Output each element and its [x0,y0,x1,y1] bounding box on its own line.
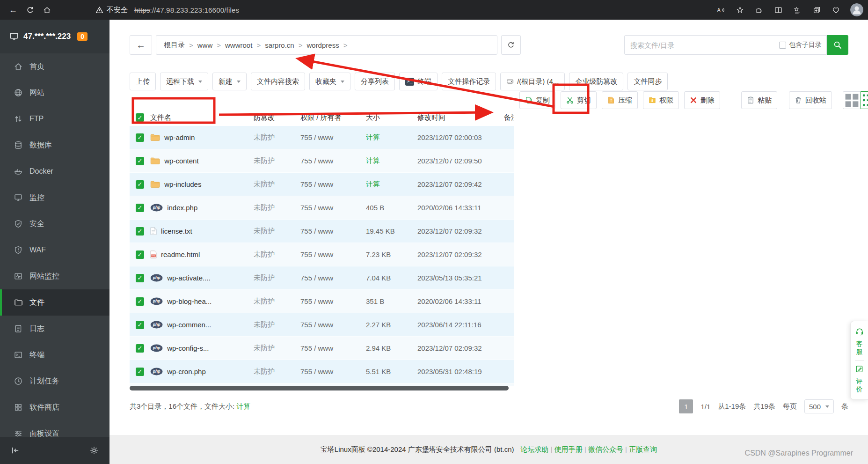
customer-service-link[interactable]: 客服 [856,340,863,356]
column-header-name[interactable]: 文件名 [150,113,254,122]
sidebar-item-shield[interactable]: 安全 [0,211,109,237]
sidebar-item-transfer[interactable]: FTP [0,106,109,132]
action-button[interactable]: 权限 [643,91,679,109]
action-button[interactable]: 回收站 [789,91,832,109]
calc-size-link[interactable]: 计算 [236,402,250,410]
footer-link[interactable]: 微信公众号 [588,445,623,453]
sidebar-item-database[interactable]: 数据库 [0,132,109,158]
breadcrumb-item[interactable]: 根目录 [164,41,185,50]
column-header-note[interactable]: 备注 [504,113,514,122]
sidebar-item-folder[interactable]: 文件 [0,289,109,316]
toolbar-button[interactable]: 收藏夹 [309,73,350,90]
row-checkbox[interactable] [136,180,144,189]
row-checkbox[interactable] [136,227,144,236]
row-checkbox[interactable] [136,368,144,376]
toolbar-button[interactable]: 上传 [130,73,156,90]
file-name[interactable]: wp-admin [164,133,195,141]
browser-essentials-icon[interactable] [827,2,844,17]
breadcrumb-item[interactable]: wordpress [306,41,339,49]
table-row[interactable]: wp-content未防护755 / www计算2023/12/07 02:09… [130,149,514,173]
file-name[interactable]: wp-config-s... [167,344,209,352]
server-header[interactable]: 47.***.***.223 0 [0,20,109,53]
favorites-bar-icon[interactable] [789,2,806,17]
file-name[interactable]: wp-blog-hea... [167,297,212,305]
column-header-mtime[interactable]: 修改时间 [417,113,504,122]
table-row[interactable]: phpindex.php未防护755 / www405 B2020/02/06 … [130,196,514,220]
table-row[interactable]: license.txt未防护755 / www19.45 KB2023/12/0… [130,220,514,243]
sidebar-item-home[interactable]: 首页 [0,53,109,80]
file-name[interactable]: wp-includes [164,180,201,188]
breadcrumb-item[interactable]: sarpro.cn [265,41,294,49]
file-name[interactable]: wp-cron.php [167,368,206,376]
row-checkbox[interactable] [136,157,144,165]
profile-avatar[interactable] [850,3,863,16]
file-size[interactable]: 计算 [366,133,417,142]
sidebar-item-log[interactable]: 日志 [0,316,109,342]
action-button[interactable]: 粘贴 [741,91,777,109]
read-aloud-icon[interactable]: A [712,2,729,17]
sidebar-item-pulse[interactable]: 网站监控 [0,263,109,289]
sidebar-item-globe[interactable]: 网站 [0,80,109,106]
row-checkbox[interactable] [136,274,144,282]
row-checkbox[interactable] [136,344,144,353]
toolbar-button[interactable]: >_终端 [399,73,438,90]
sidebar-item-terminal[interactable]: 终端 [0,342,109,368]
toolbar-button[interactable]: 文件内容搜索 [251,73,305,90]
toolbar-button[interactable]: 远程下载 [160,73,208,90]
table-row[interactable]: phpwp-activate....未防护755 / www7.04 KB202… [130,266,514,290]
toolbar-button[interactable]: /(根目录) (4... [500,73,565,90]
toolbar-button[interactable]: 文件同步 [627,73,668,90]
favorite-star-icon[interactable] [731,2,748,17]
security-badge[interactable]: 不安全 [95,6,128,15]
browser-refresh-icon[interactable] [22,2,38,17]
action-button[interactable]: 删除 [684,91,720,109]
sidebar-item-docker[interactable]: Docker [0,158,109,184]
action-button[interactable]: 压缩 [602,91,638,109]
breadcrumb-item[interactable]: www [197,41,213,49]
table-row[interactable]: phpwp-config-s...未防护755 / www2.94 KB2023… [130,337,514,360]
select-all-checkbox[interactable] [136,113,144,122]
file-name[interactable]: wp-commen... [167,321,211,329]
split-screen-icon[interactable] [770,2,787,17]
table-row[interactable]: phpwp-cron.php未防护755 / www5.51 KB2023/05… [130,360,514,383]
table-row[interactable]: phpwp-blog-hea...未防护755 / www351 B2020/0… [130,290,514,313]
sidebar-item-clock[interactable]: 计划任务 [0,368,109,394]
toolbar-button[interactable]: 企业级防篡改 [569,73,623,90]
table-row[interactable]: phpwp-commen...未防护755 / www2.27 KB2023/0… [130,313,514,337]
file-name[interactable]: wp-activate.... [167,274,211,282]
column-header-perm[interactable]: 权限 / 所有者 [300,113,366,122]
address-bar[interactable]: https://47.98.233.223:16600/files [134,6,239,14]
row-checkbox[interactable] [136,250,144,259]
row-checkbox[interactable] [136,297,144,306]
action-button[interactable]: 复制 [519,91,555,109]
sidebar-item-waf[interactable]: WAF [0,237,109,263]
sidebar-item-store[interactable]: 软件商店 [0,394,109,420]
per-page-select[interactable]: 500 [804,399,834,413]
path-back-button[interactable]: ← [130,35,152,55]
column-header-tamper[interactable]: 防篡改 [254,113,300,122]
file-name[interactable]: wp-content [164,157,198,165]
headset-icon[interactable] [855,327,864,336]
row-checkbox[interactable] [136,321,144,329]
file-name[interactable]: license.txt [161,227,192,235]
message-count-badge[interactable]: 0 [77,32,88,41]
browser-home-icon[interactable] [38,2,55,17]
sidebar-gear-icon[interactable] [90,446,98,455]
column-header-size[interactable]: 大小 [366,113,417,122]
sidebar-item-monitor[interactable]: 监控 [0,184,109,211]
search-input[interactable] [630,41,775,49]
include-subdir-checkbox[interactable]: 包含子目录 [779,41,822,49]
footer-link[interactable]: 正版查询 [629,445,657,453]
collapse-sidebar-icon[interactable] [11,446,20,455]
footer-link[interactable]: 使用手册 [554,445,583,453]
list-view-icon[interactable] [861,91,868,109]
table-row[interactable]: HTMLreadme.html未防护755 / www7.23 KB2023/1… [130,243,514,266]
horizontal-scrollbar[interactable] [130,386,509,390]
file-name[interactable]: index.php [167,204,197,212]
table-row[interactable]: wp-admin未防护755 / www计算2023/12/07 02:00:0… [130,126,514,149]
file-name[interactable]: readme.html [161,250,200,258]
file-size[interactable]: 计算 [366,156,417,165]
toolbar-button[interactable]: 分享列表 [355,73,395,90]
footer-link[interactable]: 论坛求助 [520,445,548,453]
toolbar-button[interactable]: 文件操作记录 [442,73,496,90]
